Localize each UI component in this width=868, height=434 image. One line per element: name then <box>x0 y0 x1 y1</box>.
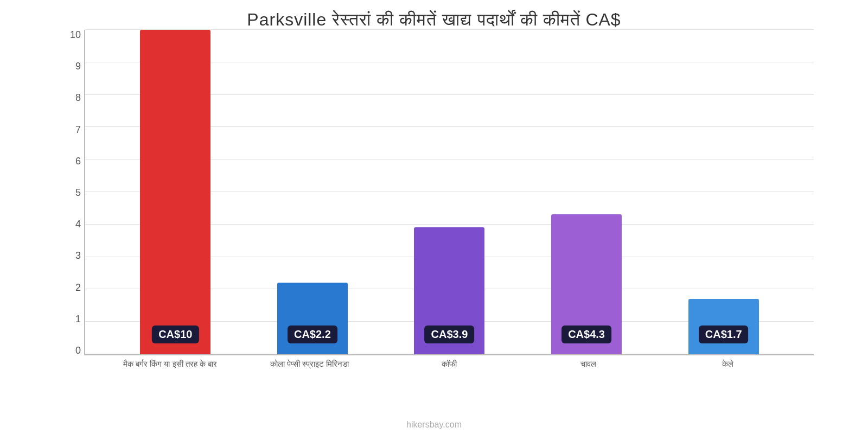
chart-with-axis: 109876543210 CA$10CA$2.2CA$3.9CA$4.3CA$1… <box>54 30 814 382</box>
chart-inner: CA$10CA$2.2CA$3.9CA$4.3CA$1.7 <box>84 30 814 355</box>
main-chart: CA$10CA$2.2CA$3.9CA$4.3CA$1.7 मैक बर्गर … <box>84 30 814 382</box>
x-axis-label: कोला पेप्सी स्प्राइट मिरिनडा <box>240 358 379 369</box>
bar-group: CA$1.7 <box>655 30 792 354</box>
bar-value-label: CA$2.2 <box>288 326 337 343</box>
y-axis-tick: 10 <box>70 30 81 40</box>
x-axis-label: केले <box>658 358 797 369</box>
bar-group: CA$2.2 <box>244 30 381 354</box>
bar-group: CA$4.3 <box>518 30 655 354</box>
bar-rect: CA$10 <box>140 30 210 354</box>
y-axis-tick: 1 <box>75 314 81 324</box>
bar-rect: CA$4.3 <box>551 214 622 354</box>
y-axis-tick: 7 <box>75 125 81 135</box>
y-axis-tick: 9 <box>75 61 81 71</box>
x-axis-label: कॉफी <box>379 358 519 369</box>
bar-value-label: CA$10 <box>152 326 199 343</box>
x-axis-label: मैक बर्गर किंग या इसी तरह के बार <box>100 358 240 369</box>
y-axis-tick: 0 <box>75 346 81 355</box>
bar-group: CA$3.9 <box>381 30 518 354</box>
y-axis-tick: 2 <box>75 283 81 292</box>
bar-rect: CA$1.7 <box>688 299 759 354</box>
y-axis-tick: 6 <box>75 156 81 166</box>
bar-rect: CA$2.2 <box>277 283 348 354</box>
x-labels-row: मैक बर्गर किंग या इसी तरह के बारकोला पेप… <box>84 358 814 369</box>
bar-value-label: CA$4.3 <box>561 326 611 343</box>
y-axis-tick: 4 <box>75 219 81 229</box>
y-axis-tick: 5 <box>75 188 81 197</box>
y-axis-tick: 8 <box>75 93 81 103</box>
bar-value-label: CA$1.7 <box>699 326 749 343</box>
bar-value-label: CA$3.9 <box>425 326 475 343</box>
chart-container: Parksville रेस्तरां की कीमतें खाद्य पदार… <box>0 0 868 434</box>
bar-rect: CA$3.9 <box>414 227 484 354</box>
chart-title: Parksville रेस्तरां की कीमतें खाद्य पदार… <box>247 10 621 30</box>
watermark: hikersbay.com <box>406 420 462 430</box>
y-axis: 109876543210 <box>54 30 84 355</box>
x-axis-label: चावल <box>519 358 658 369</box>
y-axis-tick: 3 <box>75 251 81 260</box>
bar-group: CA$10 <box>107 30 244 354</box>
bars-wrapper: CA$10CA$2.2CA$3.9CA$4.3CA$1.7 <box>85 30 814 354</box>
